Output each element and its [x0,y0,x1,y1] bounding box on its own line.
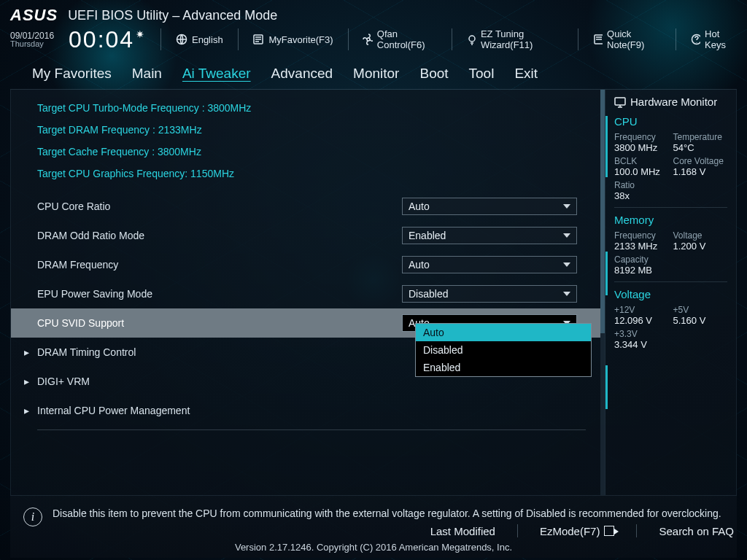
note-icon [593,34,603,45]
voltage-section: Voltage [614,288,727,300]
myfavorite-button[interactable]: MyFavorite(F3) [252,34,333,45]
v5-value: 5.160 V [673,315,728,326]
help-icon [691,34,700,45]
target-gfx-freq: Target CPU Graphics Frequency: 1150MHz [37,163,600,184]
option-enabled[interactable]: Enabled [416,359,591,376]
chevron-down-icon [563,233,570,238]
vcore-value: 1.168 V [673,166,728,177]
quicknote-button[interactable]: Quick Note(F9) [593,28,661,50]
v33-label: +3.3V [614,329,669,339]
ratio-label: Ratio [614,180,669,190]
setting-dram-odd-ratio[interactable]: DRAM Odd Ratio Mode Enabled [11,221,600,250]
v12-label: +12V [614,305,669,315]
mem-freq-value: 2133 MHz [614,241,669,252]
cpu-freq-label: Frequency [614,132,669,142]
submenu-internal-cpu-power[interactable]: ▸ Internal CPU Power Management [11,396,600,425]
target-cache-freq: Target Cache Frequency : 3800MHz [37,141,600,163]
chevron-right-icon: ▸ [24,405,37,416]
v12-value: 12.096 V [614,315,669,326]
svg-point-2 [367,38,370,41]
search-faq-button[interactable]: Search on FAQ [659,524,734,537]
hardware-monitor-title: Hardware Monitor [614,96,727,108]
bclk-label: BCLK [614,156,669,166]
monitor-icon [614,96,626,108]
vcore-label: Core Voltage [673,156,728,166]
exit-icon [604,526,614,536]
date: 09/01/2016 [10,31,54,40]
tab-advanced[interactable]: Advanced [271,66,333,82]
mem-cap-label: Capacity [614,254,669,265]
dram-odd-ratio-dropdown[interactable]: Enabled [402,227,577,244]
cpu-svid-options[interactable]: Auto Disabled Enabled [415,323,592,377]
bclk-value: 100.0 MHz [614,166,669,177]
app-title: UEFI BIOS Utility – Advanced Mode [68,9,277,22]
bulb-icon [466,34,476,45]
target-turbo-freq: Target CPU Turbo-Mode Frequency : 3800MH… [37,97,600,119]
eztuning-button[interactable]: EZ Tuning Wizard(F11) [466,28,562,50]
main-tabs: My Favorites Main Ai Tweaker Advanced Mo… [10,61,737,90]
settings-panel: Target CPU Turbo-Mode Frequency : 3800MH… [11,90,605,495]
cpu-freq-value: 3800 MHz [614,142,669,153]
target-dram-freq: Target DRAM Frequency : 2133MHz [37,119,600,141]
cpu-temp-label: Temperature [673,132,728,142]
tab-main[interactable]: Main [132,66,162,82]
svg-point-3 [469,36,475,42]
globe-icon [176,34,187,45]
version-text: Version 2.17.1246. Copyright (C) 2016 Am… [13,542,734,553]
setting-epu-power-saving[interactable]: EPU Power Saving Mode Disabled [11,279,600,308]
tab-boot[interactable]: Boot [419,66,448,82]
tab-tool[interactable]: Tool [469,66,495,82]
chevron-right-icon: ▸ [24,346,37,358]
tab-ai-tweaker[interactable]: Ai Tweaker [182,66,251,82]
dram-frequency-dropdown[interactable]: Auto [402,256,577,273]
chevron-down-icon [563,292,570,296]
mem-freq-label: Frequency [614,230,669,241]
page-icon [252,34,264,45]
ratio-value: 38x [614,190,669,201]
v5-label: +5V [673,305,728,315]
mem-volt-label: Voltage [673,230,728,241]
hotkeys-button[interactable]: Hot Keys [691,28,737,50]
setting-dram-frequency[interactable]: DRAM Frequency Auto [11,250,600,279]
svg-rect-6 [615,98,625,105]
fan-icon [363,34,372,45]
option-disabled[interactable]: Disabled [416,341,591,359]
clock[interactable]: 00:04✷ [69,28,146,51]
chevron-right-icon: ▸ [24,376,37,387]
gear-icon[interactable]: ✷ [136,29,146,39]
qfan-button[interactable]: Qfan Control(F6) [363,28,436,50]
ezmode-button[interactable]: EzMode(F7) [540,524,615,537]
option-auto[interactable]: Auto [416,324,591,341]
mem-volt-value: 1.200 V [673,241,728,252]
tab-monitor[interactable]: Monitor [353,66,399,82]
chevron-down-icon [563,204,570,209]
datetime: 09/01/2016 Thursday [10,31,54,48]
chevron-down-icon [563,262,570,267]
cpu-core-ratio-dropdown[interactable]: Auto [402,198,577,215]
memory-section: Memory [614,214,727,226]
weekday: Thursday [10,40,54,48]
cpu-temp-value: 54°C [673,142,728,153]
tab-exit[interactable]: Exit [514,66,538,82]
language-selector[interactable]: English [176,34,223,45]
brand-logo: ASUS [10,7,58,23]
mem-cap-value: 8192 MB [614,265,669,276]
setting-cpu-core-ratio[interactable]: CPU Core Ratio Auto [11,192,600,221]
v33-value: 3.344 V [614,339,669,350]
tab-my-favorites[interactable]: My Favorites [32,66,112,82]
last-modified-button[interactable]: Last Modified [430,524,495,537]
setting-partial-row[interactable] [11,435,600,464]
help-text: Disable this item to prevent the CPU fro… [53,508,721,519]
epu-power-dropdown[interactable]: Disabled [402,285,577,303]
hardware-monitor-panel: Hardware Monitor CPU Frequency3800 MHz T… [605,90,736,495]
cpu-section: CPU [614,115,727,128]
